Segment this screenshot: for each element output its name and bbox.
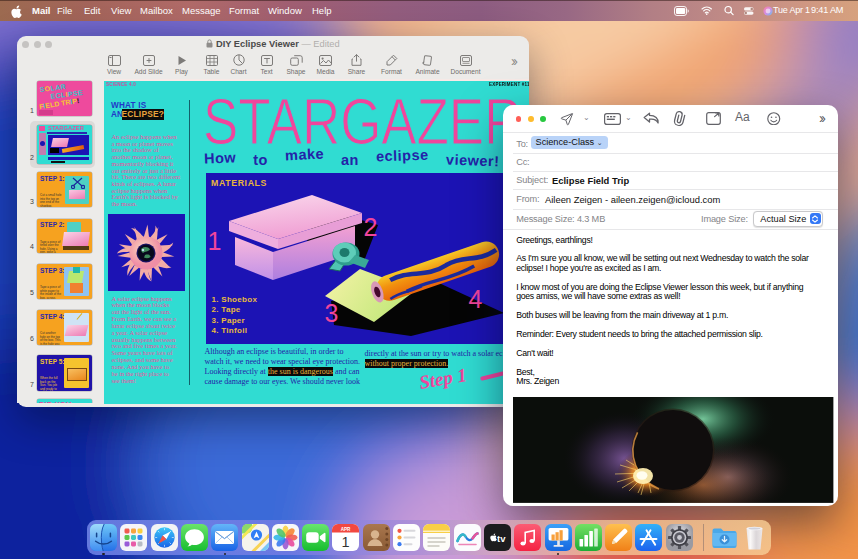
svg-text:tv: tv xyxy=(497,533,506,544)
svg-text:1: 1 xyxy=(342,533,350,549)
svg-text:APR: APR xyxy=(341,526,351,531)
